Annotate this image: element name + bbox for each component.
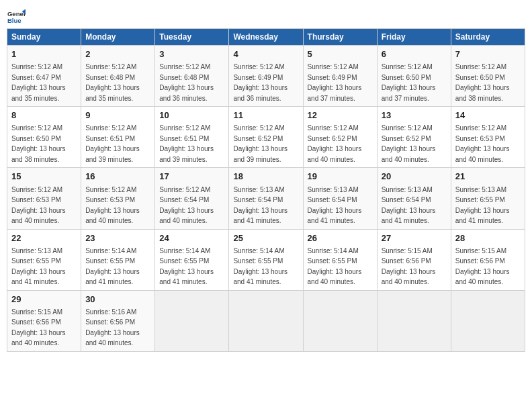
day-number: 12 bbox=[308, 109, 373, 122]
day-info: Sunrise: 5:12 AM Sunset: 6:47 PM Dayligh… bbox=[11, 63, 66, 102]
table-row: 2Sunrise: 5:12 AM Sunset: 6:48 PM Daylig… bbox=[81, 46, 155, 107]
day-info: Sunrise: 5:12 AM Sunset: 6:49 PM Dayligh… bbox=[233, 63, 287, 102]
day-info: Sunrise: 5:12 AM Sunset: 6:52 PM Dayligh… bbox=[233, 124, 287, 163]
weekday-header-saturday: Saturday bbox=[451, 29, 525, 46]
table-row: 7Sunrise: 5:12 AM Sunset: 6:50 PM Daylig… bbox=[451, 46, 525, 107]
weekday-header-wednesday: Wednesday bbox=[229, 29, 303, 46]
table-row: 25Sunrise: 5:14 AM Sunset: 6:55 PM Dayli… bbox=[229, 229, 303, 290]
table-row: 21Sunrise: 5:13 AM Sunset: 6:55 PM Dayli… bbox=[451, 168, 525, 229]
day-number: 15 bbox=[11, 171, 77, 183]
logo-icon: General Blue bbox=[7, 7, 26, 26]
day-info: Sunrise: 5:12 AM Sunset: 6:48 PM Dayligh… bbox=[159, 63, 214, 102]
table-row: 26Sunrise: 5:14 AM Sunset: 6:55 PM Dayli… bbox=[303, 229, 377, 290]
day-number: 25 bbox=[233, 232, 298, 244]
day-number: 4 bbox=[233, 48, 298, 60]
table-row: 24Sunrise: 5:14 AM Sunset: 6:55 PM Dayli… bbox=[155, 229, 229, 290]
day-info: Sunrise: 5:13 AM Sunset: 6:54 PM Dayligh… bbox=[308, 186, 362, 225]
day-number: 13 bbox=[382, 109, 447, 122]
day-info: Sunrise: 5:13 AM Sunset: 6:55 PM Dayligh… bbox=[455, 186, 510, 225]
table-row: 28Sunrise: 5:15 AM Sunset: 6:56 PM Dayli… bbox=[451, 229, 525, 290]
day-number: 19 bbox=[308, 171, 373, 183]
day-number: 18 bbox=[233, 171, 298, 183]
day-info: Sunrise: 5:15 AM Sunset: 6:56 PM Dayligh… bbox=[382, 247, 436, 286]
day-info: Sunrise: 5:12 AM Sunset: 6:51 PM Dayligh… bbox=[85, 124, 140, 163]
day-number: 24 bbox=[159, 232, 224, 244]
day-number: 26 bbox=[308, 232, 373, 244]
day-number: 30 bbox=[85, 293, 150, 306]
header: General Blue bbox=[7, 7, 525, 26]
day-info: Sunrise: 5:16 AM Sunset: 6:56 PM Dayligh… bbox=[85, 308, 140, 347]
table-row: 23Sunrise: 5:14 AM Sunset: 6:55 PM Dayli… bbox=[81, 229, 155, 290]
day-number: 27 bbox=[382, 232, 447, 244]
table-row: 5Sunrise: 5:12 AM Sunset: 6:49 PM Daylig… bbox=[303, 46, 377, 107]
weekday-header-monday: Monday bbox=[81, 29, 155, 46]
table-row: 11Sunrise: 5:12 AM Sunset: 6:52 PM Dayli… bbox=[229, 107, 303, 168]
day-info: Sunrise: 5:14 AM Sunset: 6:55 PM Dayligh… bbox=[233, 247, 287, 286]
day-number: 9 bbox=[85, 109, 150, 122]
day-info: Sunrise: 5:13 AM Sunset: 6:54 PM Dayligh… bbox=[382, 186, 436, 225]
day-number: 23 bbox=[85, 232, 150, 244]
day-info: Sunrise: 5:13 AM Sunset: 6:54 PM Dayligh… bbox=[233, 186, 287, 225]
day-number: 8 bbox=[11, 109, 77, 122]
table-row: 15Sunrise: 5:12 AM Sunset: 6:53 PM Dayli… bbox=[7, 168, 81, 229]
table-row bbox=[155, 290, 229, 351]
day-info: Sunrise: 5:12 AM Sunset: 6:50 PM Dayligh… bbox=[455, 63, 510, 102]
weekday-header-sunday: Sunday bbox=[7, 29, 81, 46]
table-row: 6Sunrise: 5:12 AM Sunset: 6:50 PM Daylig… bbox=[377, 46, 451, 107]
day-number: 14 bbox=[455, 109, 521, 122]
day-number: 5 bbox=[308, 48, 373, 60]
table-row bbox=[377, 290, 451, 351]
day-info: Sunrise: 5:12 AM Sunset: 6:50 PM Dayligh… bbox=[382, 63, 436, 102]
svg-text:Blue: Blue bbox=[7, 17, 21, 24]
day-info: Sunrise: 5:12 AM Sunset: 6:48 PM Dayligh… bbox=[85, 63, 140, 102]
day-info: Sunrise: 5:12 AM Sunset: 6:49 PM Dayligh… bbox=[308, 63, 362, 102]
table-row: 9Sunrise: 5:12 AM Sunset: 6:51 PM Daylig… bbox=[81, 107, 155, 168]
table-row: 22Sunrise: 5:13 AM Sunset: 6:55 PM Dayli… bbox=[7, 229, 81, 290]
table-row: 10Sunrise: 5:12 AM Sunset: 6:51 PM Dayli… bbox=[155, 107, 229, 168]
weekday-header-friday: Friday bbox=[377, 29, 451, 46]
table-row: 3Sunrise: 5:12 AM Sunset: 6:48 PM Daylig… bbox=[155, 46, 229, 107]
day-info: Sunrise: 5:12 AM Sunset: 6:53 PM Dayligh… bbox=[85, 186, 140, 225]
table-row: 16Sunrise: 5:12 AM Sunset: 6:53 PM Dayli… bbox=[81, 168, 155, 229]
table-row: 18Sunrise: 5:13 AM Sunset: 6:54 PM Dayli… bbox=[229, 168, 303, 229]
day-number: 2 bbox=[85, 48, 150, 60]
day-number: 11 bbox=[233, 109, 298, 122]
table-row: 13Sunrise: 5:12 AM Sunset: 6:52 PM Dayli… bbox=[377, 107, 451, 168]
table-row: 19Sunrise: 5:13 AM Sunset: 6:54 PM Dayli… bbox=[303, 168, 377, 229]
day-info: Sunrise: 5:14 AM Sunset: 6:55 PM Dayligh… bbox=[308, 247, 362, 286]
day-info: Sunrise: 5:12 AM Sunset: 6:53 PM Dayligh… bbox=[455, 124, 510, 163]
table-row: 17Sunrise: 5:12 AM Sunset: 6:54 PM Dayli… bbox=[155, 168, 229, 229]
table-row: 29Sunrise: 5:15 AM Sunset: 6:56 PM Dayli… bbox=[7, 290, 81, 351]
day-number: 21 bbox=[455, 171, 521, 183]
day-number: 1 bbox=[11, 48, 77, 60]
table-row: 4Sunrise: 5:12 AM Sunset: 6:49 PM Daylig… bbox=[229, 46, 303, 107]
day-info: Sunrise: 5:12 AM Sunset: 6:50 PM Dayligh… bbox=[11, 124, 66, 163]
weekday-header-thursday: Thursday bbox=[303, 29, 377, 46]
table-row bbox=[303, 290, 377, 351]
table-row: 30Sunrise: 5:16 AM Sunset: 6:56 PM Dayli… bbox=[81, 290, 155, 351]
table-row: 12Sunrise: 5:12 AM Sunset: 6:52 PM Dayli… bbox=[303, 107, 377, 168]
day-number: 16 bbox=[85, 171, 150, 183]
day-info: Sunrise: 5:14 AM Sunset: 6:55 PM Dayligh… bbox=[159, 247, 214, 286]
day-number: 17 bbox=[159, 171, 224, 183]
weekday-header-tuesday: Tuesday bbox=[155, 29, 229, 46]
day-number: 6 bbox=[382, 48, 447, 60]
day-info: Sunrise: 5:12 AM Sunset: 6:54 PM Dayligh… bbox=[159, 186, 214, 225]
table-row: 1Sunrise: 5:12 AM Sunset: 6:47 PM Daylig… bbox=[7, 46, 81, 107]
table-row: 20Sunrise: 5:13 AM Sunset: 6:54 PM Dayli… bbox=[377, 168, 451, 229]
table-row: 14Sunrise: 5:12 AM Sunset: 6:53 PM Dayli… bbox=[451, 107, 525, 168]
calendar-table: SundayMondayTuesdayWednesdayThursdayFrid… bbox=[7, 28, 525, 352]
day-info: Sunrise: 5:15 AM Sunset: 6:56 PM Dayligh… bbox=[11, 308, 66, 347]
table-row bbox=[229, 290, 303, 351]
table-row: 27Sunrise: 5:15 AM Sunset: 6:56 PM Dayli… bbox=[377, 229, 451, 290]
day-number: 10 bbox=[159, 109, 224, 122]
day-number: 7 bbox=[455, 48, 521, 60]
day-info: Sunrise: 5:12 AM Sunset: 6:51 PM Dayligh… bbox=[159, 124, 214, 163]
day-info: Sunrise: 5:14 AM Sunset: 6:55 PM Dayligh… bbox=[85, 247, 140, 286]
day-info: Sunrise: 5:15 AM Sunset: 6:56 PM Dayligh… bbox=[455, 247, 510, 286]
table-row: 8Sunrise: 5:12 AM Sunset: 6:50 PM Daylig… bbox=[7, 107, 81, 168]
table-row bbox=[451, 290, 525, 351]
day-info: Sunrise: 5:12 AM Sunset: 6:53 PM Dayligh… bbox=[11, 186, 66, 225]
day-info: Sunrise: 5:13 AM Sunset: 6:55 PM Dayligh… bbox=[11, 247, 66, 286]
day-number: 29 bbox=[11, 293, 77, 306]
